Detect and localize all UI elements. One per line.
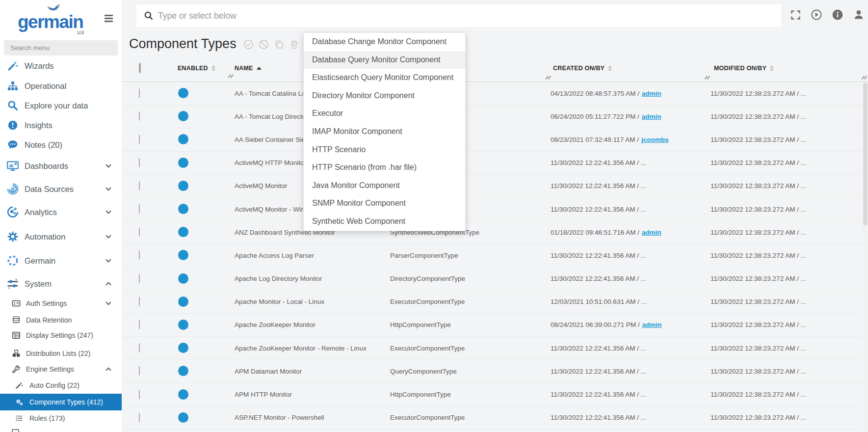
cell-modified: 11/30/2022 12:38:23.272 AM / ... xyxy=(710,275,868,282)
table-row[interactable]: Apache Log Directory Monitor DirectoryCo… xyxy=(122,268,868,291)
info-circle-icon[interactable] xyxy=(831,8,844,21)
table-row[interactable]: Apache Access Log Parser ParserComponent… xyxy=(122,244,868,267)
dropdown-item[interactable]: Java Monitor Component xyxy=(304,177,465,195)
dropdown-item[interactable]: Executor xyxy=(304,105,465,123)
play-circle-icon[interactable] xyxy=(810,8,823,21)
sidebar-item-engine-settings[interactable]: Engine Settings xyxy=(0,361,122,377)
row-checkbox[interactable] xyxy=(139,135,140,144)
dropdown-item[interactable]: IMAP Monitor Component xyxy=(304,123,465,141)
row-checkbox[interactable] xyxy=(139,204,140,214)
created-by-user-link[interactable]: admin xyxy=(642,90,661,97)
column-resize-grip[interactable] xyxy=(229,74,234,78)
dropdown-item[interactable]: SNMP Monitor Component xyxy=(304,194,465,213)
table-row[interactable]: AA - Tomcat Log Directory 06/24/2020 05:… xyxy=(122,105,868,128)
created-by-user-link[interactable]: admin xyxy=(642,321,662,328)
row-checkbox[interactable] xyxy=(139,158,140,167)
sidebar-item-insights[interactable]: Insights xyxy=(0,115,122,135)
sidebar-item-germain[interactable]: Germain xyxy=(0,251,122,270)
column-resize-grip[interactable] xyxy=(706,76,710,80)
column-header-enabled[interactable]: ENABLED xyxy=(170,65,235,72)
row-checkbox[interactable] xyxy=(139,88,140,98)
created-by-user-link[interactable]: jcoombs xyxy=(641,136,669,143)
column-header-created[interactable]: CREATED ON/BY xyxy=(551,65,710,72)
table-row[interactable]: ActiveMQ Monitor - Windo 11/30/2022 12:2… xyxy=(122,198,868,221)
sidebar-item-data-sources[interactable]: Data Sources xyxy=(0,179,122,199)
sidebar-item-system[interactable]: System xyxy=(0,274,122,294)
row-checkbox[interactable] xyxy=(139,111,140,121)
created-by-user-link[interactable]: admin xyxy=(642,229,661,236)
sidebar-item-rules[interactable]: Rules (173) xyxy=(0,410,122,426)
dropdown-item[interactable]: Elasticsearch Query Monitor Component xyxy=(304,69,465,87)
sidebar-item-label: Automation xyxy=(25,232,65,242)
dashed-circle-icon xyxy=(7,255,19,267)
check-circle-icon[interactable] xyxy=(243,39,254,50)
column-header-label: CREATED ON/BY xyxy=(553,65,605,72)
trash-icon[interactable] xyxy=(289,39,299,50)
sidebar: germain ux Wizards Operational Explore y… xyxy=(0,0,122,432)
table-row[interactable]: ANZ Dashboard Synthetic Monitor Syntheti… xyxy=(122,221,868,244)
column-resize-grip[interactable] xyxy=(547,76,551,80)
sidebar-item-distribution-lists[interactable]: Distribution Lists (22) xyxy=(0,345,122,361)
table-row[interactable]: APM Datamart Monitor QueryComponentType … xyxy=(122,360,868,383)
column-header-modified[interactable]: MODIFIED ON/BY xyxy=(710,65,868,72)
table-row[interactable]: Apache ZooKeeper Monitor HttpComponentTy… xyxy=(122,314,868,337)
row-checkbox[interactable] xyxy=(139,413,140,422)
toggle-knob xyxy=(178,204,188,214)
sidebar-item-analytics[interactable]: Analytics xyxy=(0,202,122,222)
table-row[interactable]: AA - Tomcat Catalina Log 04/13/2022 08:4… xyxy=(122,82,868,105)
row-checkbox[interactable] xyxy=(139,250,140,260)
dropdown-item[interactable]: HTTP Scenario (from .har file) xyxy=(304,159,465,177)
dropdown-item[interactable]: Database Change Monitor Component xyxy=(304,33,465,51)
row-checkbox[interactable] xyxy=(139,274,140,283)
logo-ux-text: ux xyxy=(77,28,84,36)
table-row[interactable]: ActiveMQ Monitor 11/30/2022 12:22:41.356… xyxy=(122,175,868,198)
sidebar-item-explore[interactable]: Explore your data xyxy=(0,96,122,115)
sidebar-item-component-types[interactable]: Component Types (412) xyxy=(0,394,122,410)
created-date: 11/30/2022 12:22:41.356 AM / ... xyxy=(551,206,646,213)
table-row[interactable]: Apache Monitor - Local - Linux ExecutorC… xyxy=(122,291,868,314)
sidebar-search-input[interactable] xyxy=(4,40,118,55)
row-checkbox[interactable] xyxy=(139,343,140,352)
select-all-checkbox[interactable] xyxy=(139,63,141,73)
created-date: 06/24/2020 05:11:27.722 PM / xyxy=(551,113,639,120)
row-checkbox[interactable] xyxy=(139,297,140,306)
row-checkbox[interactable] xyxy=(139,181,140,190)
sidebar-item-data-retention[interactable]: Data Retention xyxy=(0,312,122,328)
dropdown-item[interactable]: Synthetic Web Component xyxy=(304,213,465,231)
hamburger-menu-icon[interactable] xyxy=(105,15,113,24)
sidebar-item-label: Auth Settings xyxy=(26,299,67,307)
component-types-table: ENABLED NAME CREATED ON/BY MODIFIED ON/B… xyxy=(122,55,868,432)
user-icon[interactable] xyxy=(852,8,865,21)
sidebar-item-dashboards[interactable]: Dashboards xyxy=(0,156,122,176)
sidebar-item-auth-settings[interactable]: Auth Settings xyxy=(0,295,122,311)
sidebar-item-operational[interactable]: Operational xyxy=(0,76,122,96)
row-checkbox[interactable] xyxy=(139,390,140,399)
dropdown-item[interactable]: Database Query Monitor Component xyxy=(304,51,465,69)
global-search-input[interactable] xyxy=(158,4,747,27)
dropdown-item[interactable]: HTTP Scenario xyxy=(304,141,465,159)
sidebar-item-display-settings[interactable]: Display Settings (247) xyxy=(0,327,122,343)
component-type-dropdown: Database Change Monitor Component Databa… xyxy=(303,32,466,231)
table-row[interactable]: ASP.NET Monitor - Powershell ExecutorCom… xyxy=(122,406,868,430)
column-resize-grip[interactable] xyxy=(863,76,867,80)
table-row[interactable]: AA Siebel Container Siebe 08/23/2021 07:… xyxy=(122,128,868,151)
sidebar-item-automation[interactable]: Automation xyxy=(0,227,122,246)
table-row[interactable]: ActiveMQ HTTP Monitor 11/30/2022 12:22:4… xyxy=(122,152,868,175)
sidebar-item-notes[interactable]: Notes (20) xyxy=(0,135,122,155)
app-logo[interactable]: germain ux xyxy=(0,0,122,38)
row-checkbox[interactable] xyxy=(139,320,140,329)
sidebar-item-auto-config[interactable]: Auto Config (22) xyxy=(0,377,122,393)
vertical-scrollbar-thumb[interactable] xyxy=(863,83,868,225)
created-by-user-link[interactable]: admin xyxy=(642,113,661,120)
sidebar-item-wizards[interactable]: Wizards xyxy=(0,56,122,76)
cell-type: ParserComponentType xyxy=(390,252,551,259)
row-checkbox[interactable] xyxy=(139,227,140,237)
table-row[interactable]: Apache ZooKeeper Monitor - Remote - Linu… xyxy=(122,337,868,360)
cell-modified: 11/30/2022 12:38:23.272 AM / ... xyxy=(710,321,868,328)
ban-icon[interactable] xyxy=(259,39,269,50)
dropdown-item[interactable]: Directory Monitor Component xyxy=(304,87,465,105)
row-checkbox[interactable] xyxy=(139,366,140,376)
table-row[interactable]: APM HTTP Monitor HttpComponentType 11/30… xyxy=(122,383,868,406)
copy-icon[interactable] xyxy=(274,39,284,50)
fullscreen-icon[interactable] xyxy=(789,8,802,21)
